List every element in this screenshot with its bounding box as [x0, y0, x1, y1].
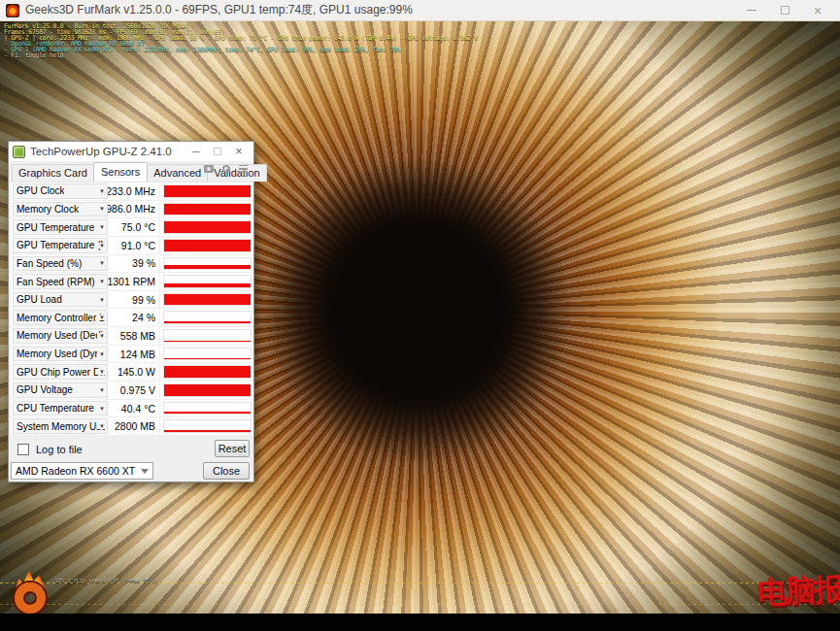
- sensor-label: Memory Used (Dynamic)▼: [13, 347, 108, 362]
- sensor-graph-bar: [164, 341, 251, 342]
- sensor-graph[interactable]: [163, 239, 252, 252]
- sensor-graph-bar: [164, 384, 251, 396]
- chevron-down-icon[interactable]: ▼: [97, 188, 105, 194]
- sensor-row: System Memory Used▼2800 MB: [11, 417, 253, 436]
- minimize-button[interactable]: [735, 1, 768, 20]
- chevron-down-icon[interactable]: ▼: [97, 297, 105, 303]
- sensor-graph-bar: [164, 412, 251, 414]
- pcie-states-text: GPU 1 PCIe states: 0F (C=Max TC C): [55, 578, 158, 583]
- chevron-down-icon[interactable]: ▼: [97, 387, 105, 393]
- gpuz-tab-bar: Graphics Card Sensors Advanced Validatio…: [9, 161, 253, 182]
- device-select[interactable]: AMD Radeon RX 6600 XT: [11, 462, 153, 480]
- sensor-graph[interactable]: [163, 348, 252, 361]
- sensor-graph[interactable]: [163, 257, 252, 271]
- sensor-row: GPU Temperature▼75.0 °C: [11, 218, 253, 237]
- furmark-titlebar: Geeks3D FurMark v1.25.0.0 - 69FPS, GPU1 …: [0, 0, 840, 21]
- sensor-label: Memory Controller Load▼: [13, 310, 108, 325]
- chevron-down-icon[interactable]: ▼: [97, 369, 105, 375]
- close-icon[interactable]: ×: [801, 1, 834, 20]
- sensor-value: 558 MB: [108, 328, 160, 344]
- sensor-graph-bar: [164, 283, 251, 287]
- sensor-graph-bar: [164, 204, 251, 216]
- gear-icon[interactable]: [222, 165, 230, 173]
- osd-separator-line: [0, 604, 840, 605]
- sensor-graph-bar: [164, 185, 251, 197]
- sensor-row: Memory Controller Load▼24 %: [11, 309, 253, 327]
- sensor-graph[interactable]: [163, 184, 252, 198]
- donut-ring-icon: [15, 582, 46, 614]
- sensor-label: Memory Clock▼: [13, 202, 108, 217]
- gpuz-titlebar: TechPowerUp GPU-Z 2.41.0 ×: [9, 142, 253, 161]
- sensor-value: 145.0 W: [108, 364, 160, 380]
- sensor-graph-bar: [164, 294, 251, 306]
- sensor-graph-bar: [164, 321, 251, 323]
- sensor-label: Fan Speed (%)▼: [13, 256, 108, 272]
- sensor-label: GPU Temperature (Hot Spot)▼: [13, 238, 108, 253]
- sensor-label: GPU Clock▼: [13, 183, 108, 199]
- sensor-label: GPU Chip Power Draw▼: [13, 364, 108, 380]
- sensor-value: 91.0 °C: [108, 238, 160, 253]
- sensor-graph-bar: [164, 265, 251, 269]
- chevron-down-icon[interactable]: ▼: [97, 260, 105, 266]
- chevron-down-icon[interactable]: ▼: [97, 243, 105, 249]
- chevron-down-icon[interactable]: ▼: [97, 351, 105, 357]
- sensor-value: 1986.0 MHz: [108, 202, 160, 217]
- sensor-graph[interactable]: [163, 311, 252, 324]
- sensor-row: Memory Used (Dynamic)▼124 MB: [11, 346, 253, 364]
- sensor-graph[interactable]: [163, 402, 252, 415]
- sensor-row: GPU Clock▼2233.0 MHz: [11, 183, 253, 201]
- reset-button[interactable]: Reset: [215, 440, 250, 457]
- tab-advanced[interactable]: Advanced: [147, 164, 208, 182]
- tab-graphics-card[interactable]: Graphics Card: [12, 164, 94, 182]
- sensor-graph[interactable]: [163, 329, 252, 343]
- sensor-graph[interactable]: [163, 293, 252, 307]
- gpuz-window: TechPowerUp GPU-Z 2.41.0 × Graphics Card…: [8, 141, 254, 482]
- sensor-graph[interactable]: [163, 383, 252, 397]
- bottom-black-bar: [0, 614, 840, 631]
- log-to-file-label: Log to file: [36, 444, 83, 455]
- sensor-row: CPU Temperature▼40.4 °C: [11, 400, 253, 418]
- sensor-row: Fan Speed (RPM)▼1301 RPM: [11, 273, 253, 291]
- sensor-value: 40.4 °C: [108, 401, 160, 416]
- window-title: Geeks3D FurMark v1.25.0.0 - 69FPS, GPU1 …: [25, 2, 413, 18]
- log-to-file-checkbox[interactable]: [17, 444, 29, 455]
- menu-icon[interactable]: [239, 165, 248, 173]
- sensor-row: GPU Voltage▼0.975 V: [11, 382, 253, 400]
- sensor-value: 0.975 V: [108, 382, 160, 398]
- sensor-row: Fan Speed (%)▼39 %: [11, 255, 253, 274]
- sensor-graph[interactable]: [163, 419, 252, 433]
- gpuz-close-icon[interactable]: ×: [228, 143, 250, 160]
- camera-icon[interactable]: [204, 165, 214, 173]
- chevron-down-icon[interactable]: ▼: [97, 279, 105, 284]
- gpuz-window-title: TechPowerUp GPU-Z 2.41.0: [30, 146, 172, 157]
- gpuz-maximize-button[interactable]: [207, 143, 228, 160]
- sensor-graph[interactable]: [163, 203, 252, 216]
- sensor-label: CPU Temperature▼: [13, 401, 108, 416]
- log-to-file-row: Log to file: [17, 444, 83, 455]
- sensor-value: 2233.0 MHz: [108, 183, 160, 199]
- chevron-down-icon[interactable]: ▼: [97, 423, 105, 429]
- chevron-down-icon: [141, 469, 149, 474]
- chevron-down-icon[interactable]: ▼: [97, 224, 105, 230]
- chevron-down-icon[interactable]: ▼: [97, 206, 105, 212]
- sensor-graph[interactable]: [163, 220, 252, 234]
- sensor-label: GPU Load▼: [13, 292, 108, 308]
- sensor-graph-bar: [164, 240, 251, 251]
- tab-sensors[interactable]: Sensors: [93, 162, 148, 182]
- sensor-graph[interactable]: [163, 365, 252, 379]
- chevron-down-icon[interactable]: ▼: [97, 333, 105, 339]
- sensor-label: System Memory Used▼: [13, 418, 108, 434]
- chevron-down-icon[interactable]: ▼: [97, 406, 105, 412]
- sensor-graph-bar: [164, 366, 251, 378]
- sensor-row: GPU Temperature (Hot Spot)▼91.0 °C: [11, 237, 253, 255]
- gpuz-minimize-button[interactable]: [185, 143, 207, 160]
- gpuz-app-icon: [13, 146, 25, 158]
- maximize-button[interactable]: [768, 1, 801, 20]
- sensor-graph[interactable]: [163, 275, 252, 288]
- sensor-value: 124 MB: [108, 347, 160, 362]
- close-button[interactable]: Close: [203, 462, 250, 480]
- sensor-label: GPU Voltage▼: [13, 382, 108, 398]
- sensor-graph-bar: [164, 358, 251, 359]
- sensor-graph-bar: [164, 221, 251, 233]
- chevron-down-icon[interactable]: ▼: [97, 315, 105, 320]
